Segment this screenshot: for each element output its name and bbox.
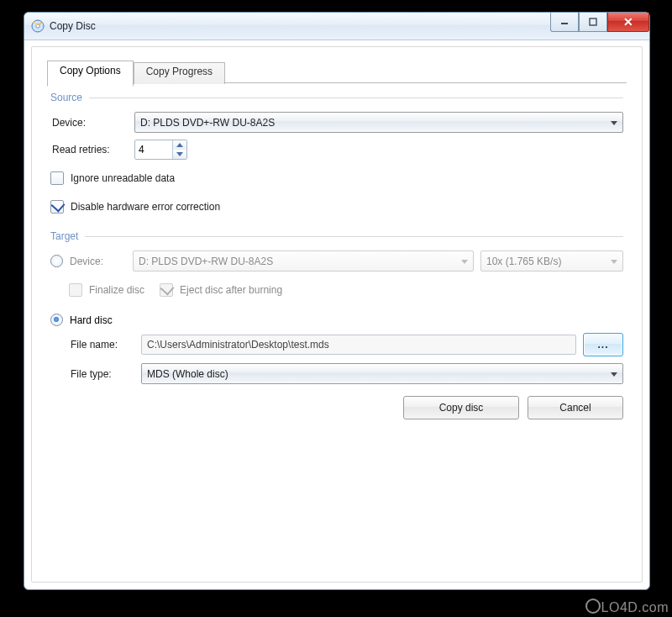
browse-button[interactable]: ...: [583, 333, 623, 356]
read-retries-label: Read retries:: [50, 144, 128, 156]
target-heading: Target: [50, 230, 78, 242]
window-controls: ✕: [550, 13, 649, 31]
target-speed-value: 10x (1.765 KB/s): [486, 256, 561, 267]
target-section: Target Device: D: PLDS DVD+-RW DU-8A2S: [50, 230, 623, 384]
filename-field[interactable]: C:\Users\Administrator\Desktop\test.mds: [141, 335, 576, 355]
source-heading: Source: [50, 92, 82, 103]
target-harddisc-label: Hard disc: [70, 314, 113, 326]
copy-disc-button[interactable]: Copy disc: [403, 396, 519, 419]
filetype-combo[interactable]: MDS (Whole disc): [141, 363, 623, 384]
watermark: LO4D.com: [585, 599, 669, 615]
source-device-combo[interactable]: D: PLDS DVD+-RW DU-8A2S: [134, 112, 623, 133]
eject-disc-checkbox: Eject disc after burning: [160, 283, 282, 297]
section-divider: [89, 98, 623, 98]
dialog-footer: Copy disc Cancel: [47, 396, 627, 419]
disable-ecc-checkbox[interactable]: Disable hardware error correction: [50, 200, 220, 214]
cancel-button[interactable]: Cancel: [528, 396, 623, 419]
spinner-down-button[interactable]: [173, 150, 186, 159]
read-retries-input[interactable]: [135, 140, 172, 159]
window-title: Copy Disc: [50, 20, 96, 32]
filetype-label: File type:: [69, 368, 134, 380]
ignore-unreadable-checkbox[interactable]: Ignore unreadable data: [50, 171, 175, 185]
svg-rect-2: [561, 23, 568, 24]
browse-label: ...: [597, 339, 608, 351]
read-retries-spinner[interactable]: [134, 140, 187, 160]
chevron-down-icon: [461, 260, 468, 264]
target-speed-combo: 10x (1.765 KB/s): [480, 250, 623, 272]
tab-label: Copy Options: [60, 65, 121, 76]
filename-value: C:\Users\Administrator\Desktop\test.mds: [147, 339, 329, 351]
spinner-up-button[interactable]: [173, 140, 186, 150]
chevron-down-icon: [611, 260, 617, 264]
target-harddisc-radio[interactable]: [50, 314, 63, 326]
target-device-combo: D: PLDS DVD+-RW DU-8A2S: [133, 250, 474, 272]
close-icon: ✕: [623, 16, 633, 28]
source-device-value: D: PLDS DVD+-RW DU-8A2S: [140, 117, 275, 129]
svg-marker-4: [176, 143, 183, 147]
filetype-value: MDS (Whole disc): [147, 368, 228, 380]
maximize-button[interactable]: [579, 13, 607, 32]
minimize-button[interactable]: [550, 13, 579, 32]
checkbox-icon: [69, 283, 82, 297]
watermark-text: LO4D.com: [601, 600, 669, 614]
source-device-label: Device:: [50, 117, 128, 129]
client-area: Copy Options Copy Progress Source Device…: [31, 46, 643, 583]
window: Copy Disc ✕ Copy Options: [24, 12, 650, 590]
checkbox-icon: [160, 283, 173, 297]
svg-marker-5: [176, 152, 183, 156]
close-button[interactable]: ✕: [607, 13, 649, 32]
svg-rect-3: [590, 18, 596, 25]
source-section: Source Device: D: PLDS DVD+-RW DU-8A2S R…: [50, 92, 623, 219]
tab-copy-options[interactable]: Copy Options: [47, 61, 134, 87]
target-device-radio[interactable]: [50, 255, 63, 267]
disable-ecc-label: Disable hardware error correction: [71, 201, 220, 213]
chevron-down-icon: [611, 372, 617, 377]
chevron-down-icon: [611, 121, 617, 125]
eject-disc-label: Eject disc after burning: [180, 284, 282, 296]
copy-disc-button-label: Copy disc: [439, 402, 484, 414]
finalize-disc-label: Finalize disc: [89, 284, 144, 296]
target-device-label: Device:: [70, 256, 103, 267]
cancel-button-label: Cancel: [559, 402, 591, 414]
ignore-unreadable-label: Ignore unreadable data: [71, 172, 175, 184]
finalize-disc-checkbox: Finalize disc: [69, 283, 144, 297]
titlebar[interactable]: Copy Disc ✕: [24, 13, 649, 40]
checkbox-icon: [50, 171, 64, 185]
filename-label: File name:: [69, 339, 134, 351]
checkbox-icon: [50, 200, 64, 214]
tab-label: Copy Progress: [146, 66, 213, 77]
target-device-value: D: PLDS DVD+-RW DU-8A2S: [139, 256, 273, 267]
tab-copy-progress[interactable]: Copy Progress: [134, 62, 225, 84]
section-divider: [85, 236, 623, 237]
tabstrip: Copy Options Copy Progress: [47, 61, 627, 83]
app-disc-icon: [31, 19, 45, 33]
